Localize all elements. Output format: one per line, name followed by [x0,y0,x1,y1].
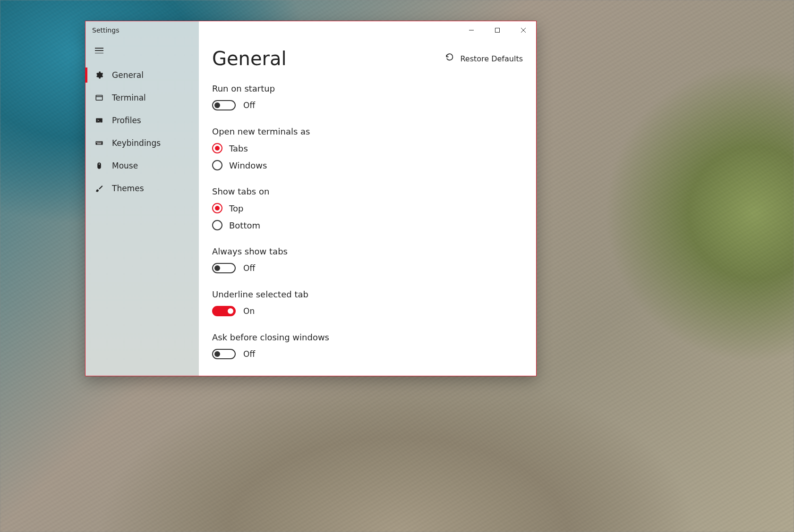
minimize-icon [469,26,474,35]
sidebar-item-terminal[interactable]: Terminal [85,86,199,109]
ask-before-closing-toggle[interactable] [212,349,236,359]
sidebar-item-themes[interactable]: Themes [85,177,199,200]
setting-ask-before-closing-windows: Ask before closing windows Off [212,332,523,359]
sidebar-item-mouse[interactable]: Mouse [85,154,199,177]
radio-option-windows[interactable]: Windows [212,160,523,170]
sidebar-nav: General Terminal >_ Profiles [85,64,199,200]
setting-title: Run on startup [212,84,523,93]
sidebar-item-label: Mouse [112,161,138,170]
sidebar-item-profiles[interactable]: >_ Profiles [85,109,199,132]
toggle-state-label: On [243,306,255,316]
setting-title: Ask before closing windows [212,332,523,342]
toggle-state-label: Off [243,263,255,273]
sidebar-item-general[interactable]: General [85,64,199,86]
toggle-state-label: Off [243,101,255,110]
setting-title: Show tabs on [212,186,523,196]
window-icon [95,93,103,102]
toggle-state-label: Off [243,349,255,359]
maximize-button[interactable] [484,21,510,39]
setting-run-on-startup: Run on startup Off [212,84,523,110]
svg-rect-1 [495,28,499,32]
radio-option-top[interactable]: Top [212,203,523,213]
setting-title: Open new terminals as [212,127,523,136]
setting-always-show-tabs: Always show tabs Off [212,246,523,273]
radio-indicator [212,160,222,170]
close-icon [521,26,526,35]
sidebar-item-label: Terminal [112,93,146,102]
maximize-icon [495,26,500,35]
svg-rect-9 [96,142,97,143]
setting-underline-selected-tab: Underline selected tab On [212,289,523,316]
radio-indicator [212,203,222,213]
svg-rect-10 [97,142,98,143]
close-button[interactable] [510,21,536,39]
radio-label: Tabs [229,144,248,153]
sidebar-item-keybindings[interactable]: Keybindings [85,132,199,154]
undo-icon [445,53,454,64]
hamburger-button[interactable] [85,39,199,62]
svg-rect-8 [96,141,103,145]
svg-rect-4 [96,95,102,101]
radio-indicator [212,220,222,230]
gear-icon [95,71,103,79]
sidebar: General Terminal >_ Profiles [85,21,199,376]
radio-label: Windows [229,160,267,170]
keyboard-icon [95,139,103,147]
svg-rect-11 [99,142,100,143]
profiles-icon: >_ [95,116,103,125]
sidebar-item-label: Keybindings [112,138,161,148]
minimize-button[interactable] [458,21,484,39]
restore-defaults-button[interactable]: Restore Defaults [445,53,523,64]
run-on-startup-toggle[interactable] [212,100,236,110]
settings-window: Settings [85,21,537,376]
setting-open-new-terminals-as: Open new terminals as Tabs Windows [212,127,523,170]
setting-title: Underline selected tab [212,289,523,299]
svg-rect-13 [101,142,102,143]
underline-selected-tab-toggle[interactable] [212,306,236,316]
radio-label: Bottom [229,220,260,230]
window-title: Settings [85,26,119,34]
always-show-tabs-toggle[interactable] [212,263,236,273]
radio-label: Top [229,203,243,213]
svg-text:>_: >_ [97,118,102,122]
radio-indicator [212,143,222,153]
radio-option-bottom[interactable]: Bottom [212,220,523,230]
radio-option-tabs[interactable]: Tabs [212,143,523,153]
content-pane: General Restore Defaults Run on startup … [199,39,536,376]
sidebar-item-label: General [112,70,144,80]
sidebar-item-label: Themes [112,184,144,193]
svg-rect-14 [97,144,102,144]
svg-rect-12 [100,142,101,143]
setting-show-tabs-on: Show tabs on Top Bottom [212,186,523,230]
brush-icon [95,184,103,193]
titlebar: Settings [85,21,536,39]
restore-defaults-label: Restore Defaults [460,54,523,63]
hamburger-icon [95,48,103,53]
page-title: General [212,48,287,69]
setting-title: Always show tabs [212,246,523,256]
sidebar-item-label: Profiles [112,116,141,125]
mouse-icon [95,161,103,170]
